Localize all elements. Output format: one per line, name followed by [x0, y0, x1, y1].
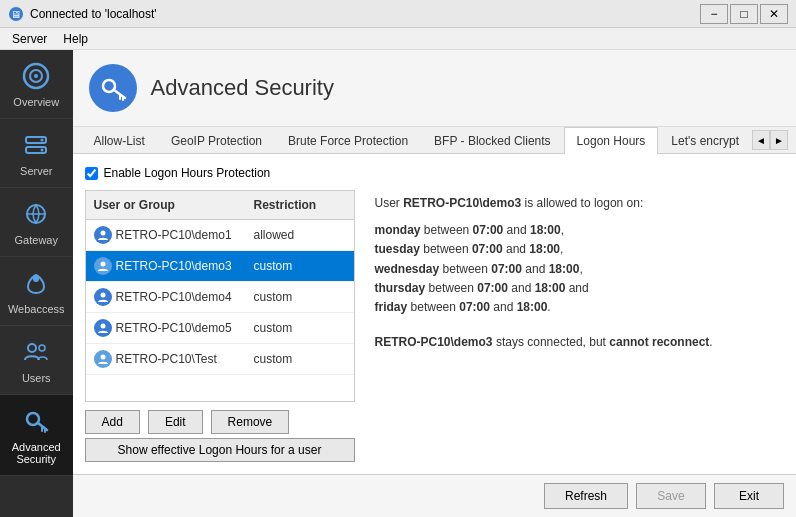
user-group-table: User or Group Restriction RETRO-PC10\dem…: [85, 190, 355, 402]
detail-thursday: thursday: [375, 281, 426, 295]
user-avatar-icon: [94, 350, 112, 368]
table-section: User or Group Restriction RETRO-PC10\dem…: [85, 190, 355, 462]
bottom-bar: Refresh Save Exit: [73, 474, 796, 517]
detail-section: User RETRO-PC10\demo3 is allowed to logo…: [367, 190, 784, 462]
restriction-cell: custom: [246, 288, 354, 306]
detail-friday: friday: [375, 300, 408, 314]
sidebar-item-users[interactable]: Users: [0, 326, 73, 395]
sidebar-item-gateway-label: Gateway: [15, 234, 58, 246]
header-key-icon: [89, 64, 137, 112]
tab-logon-hours-content: Enable Logon Hours Protection User or Gr…: [73, 154, 796, 474]
svg-point-25: [100, 324, 105, 329]
menu-help[interactable]: Help: [55, 30, 96, 47]
tab-geoip[interactable]: GeoIP Protection: [158, 127, 275, 154]
refresh-button[interactable]: Refresh: [544, 483, 628, 509]
table-row[interactable]: RETRO-PC10\demo3 custom: [86, 251, 354, 282]
add-button[interactable]: Add: [85, 410, 140, 434]
tabs-container: Allow-List GeoIP Protection Brute Force …: [73, 127, 796, 154]
sidebar-item-server-label: Server: [20, 165, 52, 177]
svg-point-12: [28, 344, 36, 352]
user-avatar-icon: [94, 319, 112, 337]
user-cell: RETRO-PC10\demo5: [86, 317, 246, 339]
restriction-cell: custom: [246, 350, 354, 368]
user-cell: RETRO-PC10\demo4: [86, 286, 246, 308]
show-effective-button[interactable]: Show effective Logon Hours for a user: [85, 438, 355, 462]
detail-wednesday: wednesday: [375, 262, 440, 276]
tab-prev-button[interactable]: ◄: [752, 130, 770, 150]
tab-next-button[interactable]: ►: [770, 130, 788, 150]
table-row[interactable]: RETRO-PC10\Test custom: [86, 344, 354, 375]
remove-button[interactable]: Remove: [211, 410, 290, 434]
tab-blocked-clients[interactable]: BFP - Blocked Clients: [421, 127, 564, 154]
sidebar-item-users-label: Users: [22, 372, 51, 384]
edit-button[interactable]: Edit: [148, 410, 203, 434]
detail-tuesday: tuesday: [375, 242, 420, 256]
save-button[interactable]: Save: [636, 483, 706, 509]
sidebar-item-webaccess[interactable]: Webaccess: [0, 257, 73, 326]
gateway-icon: [20, 198, 52, 230]
col-restriction: Restriction: [246, 195, 354, 215]
sidebar-item-advanced-security-label: Advanced Security: [4, 441, 69, 465]
table-action-buttons: Add Edit Remove: [85, 410, 355, 434]
restriction-cell: custom: [246, 319, 354, 337]
user-cell: RETRO-PC10\Test: [86, 348, 246, 370]
page-title: Advanced Security: [151, 75, 334, 101]
sidebar-item-webaccess-label: Webaccess: [8, 303, 65, 315]
svg-point-13: [39, 345, 45, 351]
detail-intro: User RETRO-PC10\demo3 is allowed to logo…: [375, 194, 776, 213]
key-icon: [20, 405, 52, 437]
detail-note-username: RETRO-PC10\demo3: [375, 335, 493, 349]
user-avatar-icon: [94, 226, 112, 244]
sidebar-item-gateway[interactable]: Gateway: [0, 188, 73, 257]
user-avatar-icon: [94, 257, 112, 275]
enable-logon-checkbox[interactable]: [85, 167, 98, 180]
titlebar: 🖥 Connected to 'localhost' − □ ✕: [0, 0, 796, 28]
overview-icon: [20, 60, 52, 92]
minimize-button[interactable]: −: [700, 4, 728, 24]
svg-point-24: [100, 293, 105, 298]
user-cell: RETRO-PC10\demo1: [86, 224, 246, 246]
webaccess-icon: [20, 267, 52, 299]
menu-server[interactable]: Server: [4, 30, 55, 47]
users-icon: [20, 336, 52, 368]
enable-protection-row: Enable Logon Hours Protection: [85, 166, 784, 180]
table-header: User or Group Restriction: [86, 191, 354, 220]
detail-username: RETRO-PC10\demo3: [403, 196, 521, 210]
maximize-button[interactable]: □: [730, 4, 758, 24]
menubar: Server Help: [0, 28, 796, 50]
titlebar-app-icon: 🖥: [8, 6, 24, 22]
tab-lets-encrypt[interactable]: Let's encrypt: [658, 127, 752, 154]
exit-button[interactable]: Exit: [714, 483, 784, 509]
detail-schedule: monday between 07:00 and 18:00, tuesday …: [375, 221, 776, 317]
svg-point-4: [34, 74, 38, 78]
main-layout: Overview Server G: [0, 50, 796, 517]
svg-point-11: [33, 276, 39, 282]
enable-logon-label[interactable]: Enable Logon Hours Protection: [104, 166, 271, 180]
content-body: User or Group Restriction RETRO-PC10\dem…: [85, 190, 784, 462]
tab-logon-hours[interactable]: Logon Hours: [564, 127, 659, 154]
table-row[interactable]: RETRO-PC10\demo5 custom: [86, 313, 354, 344]
table-row[interactable]: RETRO-PC10\demo1 allowed: [86, 220, 354, 251]
user-cell: RETRO-PC10\demo3: [86, 255, 246, 277]
server-icon: [20, 129, 52, 161]
svg-point-8: [41, 149, 44, 152]
sidebar-item-server[interactable]: Server: [0, 119, 73, 188]
col-user-group: User or Group: [86, 195, 246, 215]
sidebar-item-advanced-security[interactable]: Advanced Security: [0, 395, 73, 476]
show-effective-row: Show effective Logon Hours for a user: [85, 438, 355, 462]
svg-point-26: [100, 355, 105, 360]
table-row[interactable]: RETRO-PC10\demo4 custom: [86, 282, 354, 313]
detail-note: RETRO-PC10\demo3 stays connected, but ca…: [375, 333, 776, 352]
svg-text:🖥: 🖥: [11, 9, 21, 20]
sidebar: Overview Server G: [0, 50, 73, 517]
sidebar-item-overview-label: Overview: [13, 96, 59, 108]
sidebar-item-overview[interactable]: Overview: [0, 50, 73, 119]
tab-brute-force[interactable]: Brute Force Protection: [275, 127, 421, 154]
restriction-cell: custom: [246, 257, 354, 275]
tab-allowlist[interactable]: Allow-List: [81, 127, 158, 154]
restriction-cell: allowed: [246, 226, 354, 244]
svg-point-7: [41, 139, 44, 142]
content-area: Advanced Security Allow-List GeoIP Prote…: [73, 50, 796, 517]
close-button[interactable]: ✕: [760, 4, 788, 24]
detail-monday: monday: [375, 223, 421, 237]
